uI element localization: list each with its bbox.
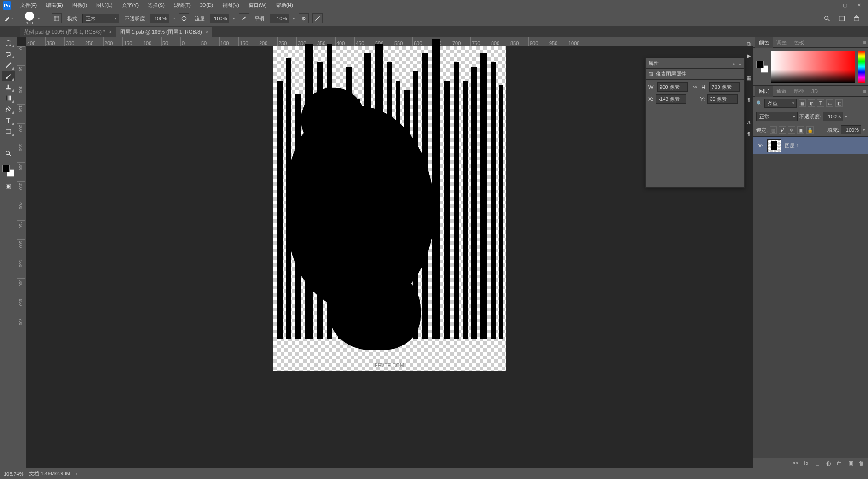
tab-layers[interactable]: 图层 (755, 86, 773, 97)
adjustment-layer-icon[interactable]: ◐ (825, 460, 832, 467)
link-wh-icon[interactable]: ⚯ (690, 83, 699, 91)
glyphs-icon[interactable]: ¶ (745, 130, 753, 138)
pressure-size-icon[interactable] (312, 13, 323, 23)
magic-wand-tool[interactable] (2, 60, 15, 70)
artboard[interactable]: FEVTE.COM (273, 46, 506, 371)
tab-paths[interactable]: 路径 (790, 86, 808, 97)
new-layer-icon[interactable]: ▣ (847, 460, 854, 467)
brush-preview[interactable]: 139 (25, 12, 34, 25)
opacity-input[interactable]: 100% (150, 14, 169, 23)
flow-input[interactable]: 100% (210, 14, 229, 23)
foreground-color-swatch[interactable] (2, 165, 10, 172)
rectangle-tool[interactable] (2, 126, 15, 136)
maximize-button[interactable]: ▢ (840, 2, 850, 9)
tab-channels[interactable]: 通道 (773, 86, 790, 97)
document-tab-1[interactable]: 范例.psd @ 100% (图层 1, RGB/8) * × (20, 27, 116, 37)
menu-file[interactable]: 文件(F) (16, 0, 41, 11)
menu-3d[interactable]: 3D(D) (195, 0, 218, 11)
filter-icon[interactable]: 🔍 (756, 100, 763, 106)
search-icon[interactable] (822, 14, 832, 23)
layer-fill-input[interactable]: 100% (841, 125, 861, 134)
tool-preset-icon[interactable]: ▾ (4, 15, 13, 22)
menu-select[interactable]: 选择(S) (143, 0, 169, 11)
menu-edit[interactable]: 编辑(E) (41, 0, 68, 11)
panel-menu-icon[interactable]: ≡ (739, 61, 741, 66)
layer-row[interactable]: 👁 图层 1 (753, 137, 868, 154)
tab-adjustments[interactable]: 调整 (773, 37, 790, 48)
filter-shape-icon[interactable]: ▭ (826, 99, 833, 107)
gradient-tool[interactable] (2, 93, 15, 103)
menu-filter[interactable]: 滤镜(T) (169, 0, 195, 11)
menu-view[interactable]: 视图(V) (218, 0, 244, 11)
quick-mask-toggle[interactable] (2, 181, 15, 192)
smoothing-options-icon[interactable]: ⚙ (299, 13, 309, 23)
pressure-opacity-icon[interactable] (179, 13, 189, 23)
menu-type[interactable]: 文字(Y) (117, 0, 144, 11)
lock-all-icon[interactable]: 🔒 (806, 126, 814, 134)
lasso-tool[interactable] (2, 49, 15, 59)
group-icon[interactable]: 🗀 (836, 460, 843, 467)
tab-color[interactable]: 颜色 (755, 37, 773, 48)
clone-stamp-tool[interactable] (2, 82, 15, 92)
zoom-level[interactable]: 105.74% (4, 471, 23, 477)
tab-3d[interactable]: 3D (808, 86, 822, 97)
lock-artboard-icon[interactable]: ▣ (797, 126, 804, 134)
filter-smart-icon[interactable]: ◧ (835, 99, 843, 107)
color-field[interactable] (771, 51, 855, 83)
width-input[interactable]: 900 像素 (657, 82, 688, 92)
filter-adjust-icon[interactable]: ◐ (808, 99, 815, 107)
document-tab-2[interactable]: 图层 1.psb @ 106% (图层 1, RGB/8) × (116, 27, 213, 37)
panel-menu-icon[interactable]: ≡ (863, 88, 866, 94)
canvas-viewport[interactable]: FEVTE.COM (26, 46, 753, 468)
more-tools[interactable]: ⋯ (2, 137, 15, 147)
minimize-button[interactable]: — (827, 2, 836, 9)
color-swatches[interactable] (2, 165, 14, 177)
filter-type-icon[interactable]: T (817, 99, 824, 107)
menu-window[interactable]: 窗口(W) (244, 0, 272, 11)
blend-mode-dropdown[interactable]: 正常 (82, 14, 119, 23)
properties-header[interactable]: 属性 »≡ (646, 58, 744, 69)
airbrush-icon[interactable] (239, 13, 249, 23)
tab-swatches[interactable]: 色板 (790, 37, 808, 48)
blend-mode-layer-dropdown[interactable]: 正常 (756, 112, 798, 121)
close-tab-icon[interactable]: × (109, 29, 111, 35)
hue-slider[interactable] (858, 51, 865, 83)
statusbar-menu-icon[interactable]: › (76, 471, 78, 477)
layer-thumbnail[interactable] (767, 139, 781, 152)
pen-tool[interactable] (2, 104, 15, 114)
layer-filter-dropdown[interactable]: 类型 (764, 99, 797, 108)
visibility-toggle[interactable]: 👁 (756, 143, 764, 148)
delete-layer-icon[interactable]: 🗑 (858, 460, 865, 467)
type-tool[interactable]: T (2, 115, 15, 125)
play-icon[interactable]: ▶ (745, 52, 753, 60)
ruler-horizontal[interactable]: 4003503002502001501005005010015020025030… (26, 37, 753, 46)
menu-help[interactable]: 帮助(H) (272, 0, 298, 11)
x-input[interactable]: -143 像素 (656, 94, 686, 104)
properties-panel[interactable]: 属性 »≡ ▨ 像素图层属性 W: 900 像素 ⚯ H: 780 像素 X: … (645, 58, 745, 188)
history-icon[interactable]: ⧉ (745, 40, 753, 48)
zoom-tool[interactable] (2, 148, 15, 158)
character-icon[interactable]: A (745, 118, 753, 126)
move-tool[interactable] (2, 38, 15, 48)
link-layers-icon[interactable]: ⚯ (792, 460, 799, 467)
panel-menu-icon[interactable]: ≡ (863, 40, 866, 45)
layer-opacity-input[interactable]: 100% (823, 112, 843, 121)
brush-tool[interactable] (2, 71, 15, 81)
close-tab-icon[interactable]: × (206, 29, 208, 35)
lock-paint-icon[interactable]: 🖌 (779, 126, 786, 134)
y-input[interactable]: 36 像素 (707, 94, 738, 104)
frame-icon[interactable] (837, 14, 847, 23)
lock-position-icon[interactable]: ✥ (788, 126, 795, 134)
paragraph-icon[interactable]: ¶ (745, 96, 753, 104)
color-swatches-mini[interactable] (756, 61, 768, 73)
brush-panel-toggle[interactable] (52, 13, 62, 23)
layer-mask-icon[interactable]: ◻ (814, 460, 821, 467)
filter-pixel-icon[interactable]: ▦ (799, 99, 806, 107)
height-input[interactable]: 780 像素 (709, 82, 740, 92)
smoothing-input[interactable]: 10% (270, 14, 289, 23)
lock-transparent-icon[interactable]: ▨ (770, 126, 777, 134)
brushes-icon[interactable]: ▦ (745, 74, 753, 82)
collapse-icon[interactable]: » (733, 61, 735, 66)
layer-name[interactable]: 图层 1 (785, 142, 799, 149)
layer-style-icon[interactable]: fx (803, 460, 810, 467)
